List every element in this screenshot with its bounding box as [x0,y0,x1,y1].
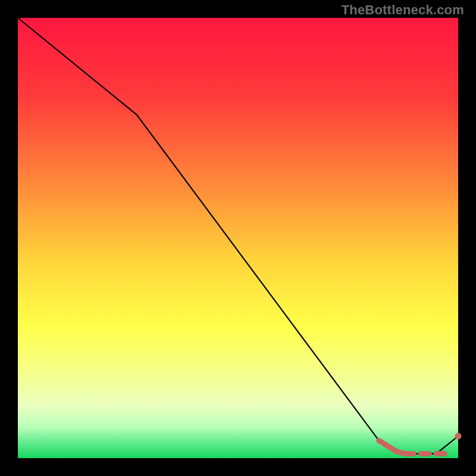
plot-background [18,18,458,458]
highlight-end-dot [455,433,462,440]
chart-svg [0,0,476,476]
chart-frame: TheBottleneck.com [0,0,476,476]
attribution-label: TheBottleneck.com [342,2,464,18]
